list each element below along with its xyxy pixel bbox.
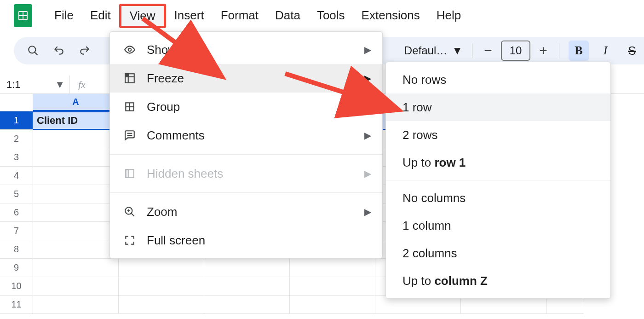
menu-separator (386, 180, 610, 180)
select-all-corner[interactable] (0, 94, 33, 111)
cell[interactable] (33, 296, 119, 314)
menu-data[interactable]: Data (267, 4, 309, 28)
menu-label: Show (147, 43, 177, 57)
row-head[interactable]: 6 (0, 203, 33, 222)
row-head[interactable]: 2 (0, 130, 33, 148)
menu-bar: File Edit View Insert Format Data Tools … (0, 0, 644, 31)
menu-extensions[interactable]: Extensions (353, 4, 428, 28)
menu-help[interactable]: Help (428, 4, 469, 28)
row-head[interactable]: 10 (0, 277, 33, 296)
row-head[interactable]: 5 (0, 185, 33, 203)
freeze-upto-column[interactable]: Up to column Z (386, 267, 610, 295)
menu-label: Comments (147, 128, 205, 143)
svg-line-18 (131, 213, 134, 216)
undo-icon[interactable] (52, 44, 65, 57)
name-box[interactable]: 1:1 ▼ (0, 75, 70, 93)
font-family-picker[interactable]: Defaul… ▼ (404, 44, 463, 57)
view-menu-full-screen[interactable]: Full screen (110, 226, 382, 255)
view-menu-zoom[interactable]: Zoom ▶ (110, 197, 382, 226)
eye-icon (123, 44, 137, 56)
font-size-decrease[interactable]: − (482, 43, 494, 58)
view-menu-group[interactable]: Group ▶ (110, 93, 382, 121)
row-head[interactable]: 4 (0, 167, 33, 185)
view-menu-freeze[interactable]: Freeze ▶ (110, 64, 382, 93)
submenu-arrow-icon: ▶ (364, 206, 371, 217)
cell[interactable] (33, 167, 119, 185)
redo-icon[interactable] (78, 44, 91, 57)
cell[interactable] (33, 203, 119, 222)
cell[interactable] (33, 130, 119, 148)
freeze-no-rows[interactable]: No rows (386, 66, 610, 93)
row-head[interactable]: 9 (0, 259, 33, 277)
freeze-2-rows[interactable]: 2 rows (386, 121, 610, 149)
row-head[interactable]: 8 (0, 240, 33, 259)
menu-items: File Edit View Insert Format Data Tools … (46, 4, 469, 28)
view-menu-comments[interactable]: Comments ▶ (110, 121, 382, 150)
bold-button[interactable]: B (569, 41, 589, 61)
font-size-increase[interactable]: + (537, 43, 550, 58)
menu-insert[interactable]: Insert (166, 4, 213, 28)
strikethrough-button[interactable]: S (622, 41, 642, 61)
sheets-logo[interactable] (14, 4, 32, 27)
toolbar-divider (472, 43, 472, 58)
svg-point-5 (128, 48, 132, 52)
freeze-2-columns[interactable]: 2 columns (386, 239, 610, 267)
toolbar-divider (559, 43, 559, 58)
freeze-no-columns[interactable]: No columns (386, 184, 610, 212)
menu-label: Group (147, 100, 180, 114)
menu-format[interactable]: Format (213, 4, 267, 28)
cell[interactable] (290, 296, 375, 314)
font-size-input[interactable]: 10 (501, 41, 530, 61)
svg-point-3 (29, 46, 35, 53)
menu-view[interactable]: View (119, 4, 166, 28)
toolbar-right: Defaul… ▼ − 10 + B I S (404, 37, 644, 64)
label-bold: column Z (434, 274, 488, 288)
cell[interactable] (33, 148, 119, 167)
cell[interactable] (33, 277, 119, 296)
row-head[interactable]: 7 (0, 222, 33, 240)
submenu-arrow-icon: ▶ (364, 130, 371, 141)
cell[interactable] (119, 277, 204, 296)
cell[interactable] (33, 185, 119, 203)
group-icon (123, 101, 137, 113)
cell[interactable] (290, 277, 375, 296)
cell-a1[interactable]: Client ID (33, 111, 119, 130)
view-menu-dropdown: Show ▶ Freeze ▶ Group ▶ Comments ▶ Hidde… (109, 31, 383, 259)
cell[interactable] (204, 296, 290, 314)
freeze-1-column[interactable]: 1 column (386, 212, 610, 239)
row-head-1[interactable]: 1 (0, 111, 33, 130)
view-menu-hidden-sheets: Hidden sheets ▶ (110, 159, 382, 188)
cell[interactable] (33, 259, 119, 277)
menu-file[interactable]: File (46, 4, 82, 28)
row-head[interactable]: 11 (0, 296, 33, 314)
italic-button[interactable]: I (595, 41, 615, 61)
svg-rect-16 (126, 169, 129, 177)
comments-icon (123, 129, 137, 141)
freeze-upto-row[interactable]: Up to row 1 (386, 149, 610, 176)
menu-label: Full screen (147, 233, 205, 248)
cell[interactable] (204, 277, 290, 296)
freeze-submenu: No rows 1 row 2 rows Up to row 1 No colu… (385, 62, 611, 299)
menu-edit[interactable]: Edit (82, 4, 119, 28)
font-family-label: Defaul… (404, 44, 447, 57)
cell[interactable] (33, 240, 119, 259)
label-prefix: Up to (402, 274, 431, 288)
view-menu-show[interactable]: Show ▶ (110, 35, 382, 64)
menu-separator (110, 154, 382, 155)
cell[interactable] (119, 296, 204, 314)
fx-icon[interactable]: fx (78, 79, 86, 91)
search-icon[interactable] (27, 44, 40, 57)
cell[interactable] (290, 259, 375, 277)
label-prefix: Up to (402, 156, 431, 170)
menu-label: Zoom (147, 205, 177, 219)
caret-down-icon: ▼ (452, 44, 463, 57)
menu-tools[interactable]: Tools (309, 4, 353, 28)
cell[interactable] (33, 222, 119, 240)
row-head[interactable]: 3 (0, 148, 33, 167)
caret-down-icon: ▼ (55, 79, 65, 91)
cell[interactable] (204, 259, 290, 277)
col-head-a[interactable]: A (33, 94, 119, 111)
cell[interactable] (119, 259, 204, 277)
freeze-1-row[interactable]: 1 row (386, 93, 610, 121)
svg-line-4 (34, 52, 38, 55)
